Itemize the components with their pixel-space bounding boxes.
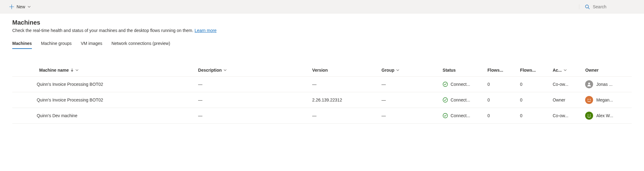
flows-running-cell: 0 <box>485 77 518 92</box>
machines-table: Machine name Description <box>12 65 632 124</box>
version-cell: 2.26.139.22312 <box>310 92 379 108</box>
svg-point-7 <box>443 113 448 118</box>
search-icon <box>585 4 590 9</box>
command-bar: New <box>0 0 644 14</box>
flows-queued-cell: 0 <box>518 77 550 92</box>
version-cell: — <box>310 108 379 124</box>
col-header-group[interactable]: Group <box>379 65 440 77</box>
col-header-owner[interactable]: Owner <box>583 65 632 77</box>
svg-point-0 <box>585 5 588 8</box>
chevron-down-icon <box>75 69 79 72</box>
col-header-name-label: Machine name <box>39 68 69 73</box>
group-cell: — <box>379 92 440 108</box>
row-select-cell[interactable] <box>12 77 37 92</box>
table-row[interactable]: Quinn's Invoice Processing BOT02———Conne… <box>12 77 632 92</box>
learn-more-link[interactable]: Learn more <box>195 28 217 33</box>
svg-point-5 <box>588 99 589 100</box>
col-header-version[interactable]: Version <box>310 65 379 77</box>
table-row[interactable]: Quinn's Dev machine———Connect...00Co-ow.… <box>12 108 632 124</box>
chevron-down-icon <box>564 69 567 72</box>
check-circle-icon <box>443 97 448 103</box>
owner-cell: Jonas ... <box>583 77 632 92</box>
col-header-access[interactable]: Ac... <box>550 65 583 77</box>
col-header-name[interactable]: Machine name <box>37 65 196 77</box>
group-cell: — <box>379 77 440 92</box>
chevron-down-icon <box>396 69 399 72</box>
owner-name: Jonas ... <box>596 82 612 87</box>
machine-name-cell[interactable]: Quinn's Invoice Processing BOT02 <box>37 77 196 92</box>
page-title: Machines <box>12 19 632 26</box>
tab-machines[interactable]: Machines <box>12 39 32 49</box>
machine-name-cell[interactable]: Quinn's Dev machine <box>37 108 196 124</box>
access-cell: Co-ow... <box>550 77 583 92</box>
row-select-cell[interactable] <box>12 92 37 108</box>
table-header-row: Machine name Description <box>12 65 632 77</box>
page-description-text: Check the real-time health and status of… <box>12 28 195 33</box>
flows-running-cell: 0 <box>485 108 518 124</box>
svg-point-3 <box>443 98 448 102</box>
check-circle-icon <box>443 113 448 118</box>
col-header-description-label: Description <box>198 68 222 73</box>
plus-icon <box>9 4 14 9</box>
page-content: Machines Check the real-time health and … <box>0 14 644 124</box>
flows-running-cell: 0 <box>485 92 518 108</box>
tab-network-connections[interactable]: Network connections (preview) <box>111 39 170 49</box>
tab-list: Machines Machine groups VM images Networ… <box>12 39 632 49</box>
status-cell: Connect... <box>440 108 485 124</box>
col-header-access-label: Ac... <box>553 68 562 73</box>
flows-queued-cell: 0 <box>518 92 550 108</box>
description-cell: — <box>196 92 310 108</box>
avatar <box>585 80 593 88</box>
search-box[interactable] <box>579 4 640 9</box>
svg-point-8 <box>585 112 593 120</box>
col-header-status[interactable]: Status <box>440 65 485 77</box>
svg-point-9 <box>588 115 589 116</box>
svg-point-1 <box>443 82 448 87</box>
access-cell: Co-ow... <box>550 108 583 124</box>
svg-point-10 <box>590 115 591 116</box>
chevron-down-icon <box>28 5 31 8</box>
page-description: Check the real-time health and status of… <box>12 28 632 33</box>
svg-point-2 <box>588 83 590 85</box>
col-header-flows-queued[interactable]: Flows... <box>518 65 550 77</box>
svg-point-4 <box>585 96 593 104</box>
col-header-select[interactable] <box>12 65 37 77</box>
table-row[interactable]: Quinn's Invoice Processing BOT02—2.26.13… <box>12 92 632 108</box>
new-button[interactable]: New <box>6 2 34 11</box>
row-select-cell[interactable] <box>12 108 37 124</box>
status-text: Connect... <box>450 82 470 87</box>
owner-name: Megan... <box>596 97 613 102</box>
group-cell: — <box>379 108 440 124</box>
status-text: Connect... <box>450 97 470 102</box>
col-header-description[interactable]: Description <box>196 65 310 77</box>
owner-cell: Alex W... <box>583 108 632 124</box>
access-cell: Owner <box>550 92 583 108</box>
description-cell: — <box>196 77 310 92</box>
owner-name: Alex W... <box>596 113 613 118</box>
col-header-flows-running[interactable]: Flows... <box>485 65 518 77</box>
flows-queued-cell: 0 <box>518 108 550 124</box>
status-cell: Connect... <box>440 77 485 92</box>
sort-down-icon <box>71 68 74 72</box>
tab-machine-groups[interactable]: Machine groups <box>41 39 72 49</box>
status-cell: Connect... <box>440 92 485 108</box>
new-button-label: New <box>17 4 25 9</box>
machine-name-cell[interactable]: Quinn's Invoice Processing BOT02 <box>37 92 196 108</box>
version-cell: — <box>310 77 379 92</box>
tab-vm-images[interactable]: VM images <box>81 39 102 49</box>
owner-cell: Megan... <box>583 92 632 108</box>
description-cell: — <box>196 108 310 124</box>
avatar <box>585 112 593 120</box>
col-header-group-label: Group <box>381 68 394 73</box>
search-input[interactable] <box>593 4 636 9</box>
avatar <box>585 96 593 104</box>
chevron-down-icon <box>224 69 227 72</box>
check-circle-icon <box>443 82 448 87</box>
svg-point-6 <box>590 99 591 100</box>
status-text: Connect... <box>450 113 470 118</box>
